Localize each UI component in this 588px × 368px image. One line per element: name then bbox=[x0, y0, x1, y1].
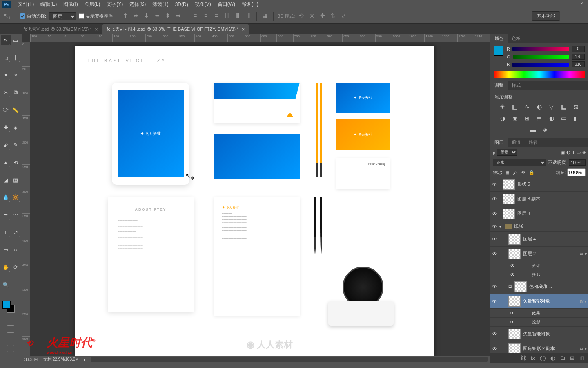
visibility-icon[interactable]: 👁 bbox=[510, 319, 516, 325]
layer-row[interactable]: 👁形状 5 bbox=[490, 177, 588, 192]
align-left-icon[interactable]: ⬅ bbox=[153, 12, 161, 20]
photofilter-icon[interactable]: ◉ bbox=[511, 115, 519, 122]
distribute-icon-3[interactable]: ≡ bbox=[212, 12, 220, 20]
workspace-switcher[interactable]: 基本功能 bbox=[532, 11, 560, 21]
visibility-icon[interactable]: 👁 bbox=[492, 346, 498, 352]
dodge-tool[interactable]: 🔆▸ bbox=[11, 193, 20, 202]
brush-tool[interactable]: 🖌▸ bbox=[1, 140, 11, 150]
healing-tool[interactable]: ✚▸ bbox=[1, 123, 11, 132]
distribute-icon-4[interactable]: Ⅲ bbox=[223, 12, 231, 20]
chevron-down-icon[interactable]: ▾ bbox=[499, 224, 503, 229]
layer-filter-dropdown[interactable]: 类型 bbox=[497, 149, 517, 156]
lock-transparent-icon[interactable]: ▦ bbox=[504, 170, 510, 175]
stamp-tool[interactable]: ▲▸ bbox=[1, 157, 11, 167]
adjustment-layer-icon[interactable]: ◐ bbox=[549, 355, 556, 361]
zoom-level[interactable]: 33.33% bbox=[24, 357, 38, 362]
filter-type-icon[interactable]: T bbox=[572, 150, 575, 155]
menu-select[interactable]: 选择(S) bbox=[126, 1, 149, 8]
3d-rotate-icon[interactable]: ⟲ bbox=[297, 12, 305, 20]
visibility-icon[interactable]: 👁 bbox=[492, 182, 498, 187]
ruler-tool[interactable]: 📏 bbox=[11, 105, 20, 115]
close-icon[interactable]: × bbox=[95, 27, 98, 32]
menu-layer[interactable]: 图层(L) bbox=[81, 1, 104, 8]
filter-pixel-icon[interactable]: ▣ bbox=[561, 150, 565, 155]
menu-help[interactable]: 帮助(H) bbox=[238, 1, 262, 8]
selectivecolor-icon[interactable]: ◈ bbox=[541, 126, 550, 134]
filter-adjust-icon[interactable]: ◐ bbox=[566, 150, 570, 155]
distribute-icon-2[interactable]: ≡ bbox=[202, 12, 210, 20]
delete-layer-icon[interactable]: 🗑 bbox=[578, 355, 586, 361]
visibility-icon[interactable]: 👁 bbox=[492, 298, 498, 304]
artboard-tool[interactable]: ▭ bbox=[11, 35, 20, 45]
link-layers-icon[interactable]: ⛓ bbox=[519, 355, 527, 361]
menu-edit[interactable]: 编辑(E) bbox=[37, 1, 60, 8]
align-hcenter-icon[interactable]: ⬍ bbox=[164, 12, 172, 20]
patch-tool[interactable]: ◈ bbox=[11, 123, 20, 132]
pencil-tool[interactable]: ✎ bbox=[11, 140, 20, 150]
gradientmap-icon[interactable]: ▬ bbox=[529, 126, 537, 134]
screenmode-toggle[interactable] bbox=[1, 345, 20, 355]
distribute-icon-5[interactable]: Ⅲ bbox=[234, 12, 242, 20]
threshold-icon[interactable]: ◧ bbox=[572, 115, 580, 122]
layer-row[interactable]: 👁⬓色相/饱和... bbox=[490, 279, 588, 294]
3d-slide-icon[interactable]: ⇅ bbox=[329, 12, 337, 20]
rectangle-tool[interactable]: ▭▸ bbox=[1, 245, 11, 255]
menu-filter[interactable]: 滤镜(T) bbox=[149, 1, 172, 8]
layer-row[interactable]: 👁图层 4 bbox=[490, 232, 588, 247]
blur-tool[interactable]: 💧▸ bbox=[1, 193, 11, 202]
layer-row[interactable]: 👁图层 8 bbox=[490, 206, 588, 221]
quickmask-toggle[interactable] bbox=[1, 325, 20, 335]
slider-g[interactable] bbox=[513, 55, 569, 59]
visibility-icon[interactable]: 👁 bbox=[492, 331, 498, 337]
visibility-icon[interactable]: 👁 bbox=[492, 236, 498, 242]
filter-shape-icon[interactable]: ▭ bbox=[577, 150, 581, 155]
canvas[interactable]: THE BASE VI OF FTZY ✦ 飞天资业 ✦ 飞天资业 ✦ 飞天资业… bbox=[75, 46, 434, 356]
type-tool[interactable]: T▸ bbox=[1, 227, 11, 237]
window-close-button[interactable]: × bbox=[576, 0, 588, 8]
opacity-input[interactable] bbox=[569, 159, 586, 166]
visibility-icon[interactable]: 👁 bbox=[492, 224, 498, 229]
tab-paths[interactable]: 路径 bbox=[525, 138, 542, 147]
freeform-pen-tool[interactable]: 〰 bbox=[11, 210, 20, 220]
document-tab-2[interactable]: fe飞天VI - 副本.psd @ 33.3% (THE BASE VI OF … bbox=[102, 24, 249, 34]
layer-row[interactable]: 👁矢量智能对象 bbox=[490, 327, 588, 341]
visibility-icon[interactable]: 👁 bbox=[510, 272, 516, 278]
crop-tool[interactable]: ✂▸ bbox=[1, 88, 11, 97]
channelmixer-icon[interactable]: ⊞ bbox=[523, 115, 531, 122]
layer-row[interactable]: 👁效果 bbox=[490, 261, 588, 270]
layer-mask-icon[interactable]: ◯ bbox=[539, 355, 546, 361]
window-maximize-button[interactable]: □ bbox=[564, 0, 576, 8]
eraser-tool[interactable]: ◢▸ bbox=[1, 175, 11, 185]
visibility-icon[interactable]: 👁 bbox=[492, 251, 498, 257]
tab-layers[interactable]: 图层 bbox=[490, 138, 508, 147]
zoom-tool[interactable]: 🔍 bbox=[1, 280, 11, 290]
tab-styles[interactable]: 样式 bbox=[508, 81, 525, 90]
align-vcenter-icon[interactable]: ⬌ bbox=[132, 12, 140, 20]
move-tool[interactable]: ↖▸ bbox=[1, 35, 11, 45]
layer-row[interactable]: 👁图层 2fx ▾ bbox=[490, 247, 588, 261]
lock-all-icon[interactable]: 🔒 bbox=[528, 170, 535, 175]
tab-adjustments[interactable]: 调整 bbox=[490, 81, 508, 90]
layer-fx-icon[interactable]: fx bbox=[529, 355, 537, 361]
value-b[interactable]: 216 bbox=[572, 61, 585, 67]
marquee-tool[interactable]: ⬚▸ bbox=[1, 53, 11, 63]
hue-icon[interactable]: ▦ bbox=[560, 103, 568, 111]
posterize-icon[interactable]: ▭ bbox=[560, 115, 568, 122]
gradient-tool[interactable]: ▨▸ bbox=[11, 175, 20, 185]
colorbalance-icon[interactable]: ⚖ bbox=[572, 103, 580, 111]
slice-tool[interactable]: ⧉ bbox=[11, 88, 20, 97]
visibility-icon[interactable]: 👁 bbox=[492, 284, 498, 289]
menu-view[interactable]: 视图(V) bbox=[192, 1, 214, 8]
curves-icon[interactable]: ∿ bbox=[523, 103, 531, 111]
tab-color[interactable]: 颜色 bbox=[490, 34, 508, 43]
canvas-area[interactable]: 1005005010015020025030035040045050055060… bbox=[22, 34, 490, 363]
menu-image[interactable]: 图像(I) bbox=[60, 1, 81, 8]
distribute-icon-6[interactable]: Ⅲ bbox=[244, 12, 252, 20]
value-g[interactable]: 178 bbox=[572, 54, 585, 60]
visibility-icon[interactable]: 👁 bbox=[492, 211, 498, 217]
layer-list[interactable]: 👁形状 5👁图层 8 副本👁图层 8👁▾纸张👁图层 4👁图层 2fx ▾👁效果👁… bbox=[490, 177, 588, 353]
blend-mode-dropdown[interactable]: 正常 bbox=[493, 159, 546, 166]
lock-pixels-icon[interactable]: 🖌 bbox=[512, 170, 519, 175]
document-tab-1[interactable]: fe飞天VI.psd @ 33.3%(CMYK/8) *× bbox=[20, 24, 102, 34]
value-r[interactable]: 0 bbox=[572, 46, 585, 52]
